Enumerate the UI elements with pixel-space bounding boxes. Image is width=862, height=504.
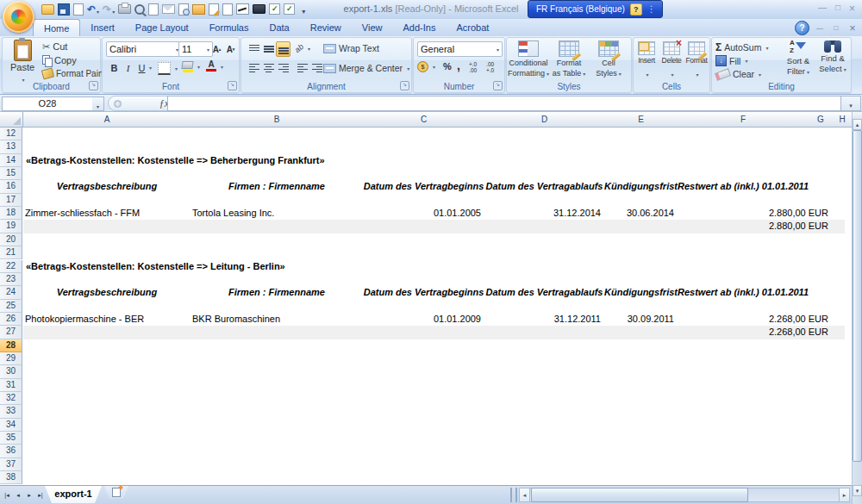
cell-styles-button[interactable]: Cell Styles [590, 40, 628, 78]
checkbox2-icon[interactable] [284, 3, 295, 16]
previous-sheet-icon[interactable]: ◂ [13, 488, 23, 501]
row-header-19[interactable]: 19 [0, 220, 22, 233]
font-size-combo[interactable]: 11 [178, 41, 213, 57]
italic-button[interactable]: I [121, 60, 135, 76]
cell-total[interactable]: 2.880,00 EUR [678, 220, 828, 233]
tab-insert[interactable]: Insert [80, 19, 125, 36]
scroll-down-icon[interactable] [853, 485, 862, 496]
next-sheet-icon[interactable]: ▸ [24, 488, 34, 501]
cell-area[interactable]: «Betrags-Kostenstellen: Kostenstelle => … [23, 128, 852, 485]
tab-review[interactable]: Review [300, 19, 352, 36]
comma-style-button[interactable]: , [457, 59, 460, 72]
number-format-combo[interactable]: General [417, 41, 503, 57]
tab-home[interactable]: Home [33, 19, 80, 36]
insert-function-button[interactable]: ƒx [108, 96, 177, 111]
help-icon[interactable]: ? [795, 21, 809, 35]
row-header-34[interactable]: 34 [0, 419, 22, 432]
grow-font-button[interactable]: A [209, 41, 224, 57]
accounting-format-button[interactable] [417, 61, 435, 72]
font-dialog-launcher[interactable] [228, 81, 237, 90]
row-header-38[interactable]: 38 [0, 471, 22, 484]
row-header-27[interactable]: 27 [0, 326, 22, 339]
col-header-firmenname[interactable]: Firmen : Firmenname [191, 180, 363, 193]
cell-description[interactable]: Photokopiermaschine - BER [25, 313, 144, 326]
print-preview-icon[interactable] [178, 3, 189, 16]
font-color-button[interactable]: A [206, 61, 223, 72]
row-header-26[interactable]: 26 [0, 313, 22, 326]
column-header-H[interactable]: H [833, 112, 853, 128]
wrap-text-button[interactable]: Wrap Text [323, 43, 379, 53]
row-header-29[interactable]: 29 [0, 352, 22, 365]
row-header-35[interactable]: 35 [0, 432, 22, 445]
scroll-up-icon[interactable] [853, 119, 862, 130]
formula-input[interactable] [167, 96, 845, 111]
mail-icon[interactable] [162, 3, 175, 16]
row-header-14[interactable]: 14 [0, 154, 22, 167]
clipboard-dialog-launcher[interactable] [89, 81, 98, 90]
row-header-33[interactable]: 33 [0, 405, 22, 418]
increase-decimal-button[interactable]: +.0 .00 [469, 61, 477, 73]
col-header-kuendigungsfrist[interactable]: Kündigungsfrist [604, 180, 678, 193]
cell-notice-date[interactable]: 30.06.2014 [604, 207, 674, 220]
fill-button[interactable]: Fill [715, 55, 747, 66]
print-icon[interactable] [118, 3, 131, 16]
row-header-36[interactable]: 36 [0, 445, 22, 457]
row-header-28[interactable]: 28 [0, 339, 22, 352]
column-header-A[interactable]: A [23, 112, 191, 128]
name-box[interactable]: O28 [2, 96, 93, 111]
column-header-B[interactable]: B [191, 112, 364, 128]
workbook-restore-button[interactable] [830, 23, 842, 34]
minimize-button[interactable] [818, 3, 827, 15]
document-icon[interactable] [148, 3, 159, 16]
cell-notice-date[interactable]: 30.09.2011 [604, 313, 674, 326]
row-header-16[interactable]: 16 [0, 180, 22, 193]
row-header-32[interactable]: 32 [0, 392, 22, 405]
sheet-tab-export-1[interactable]: export-1 [45, 486, 102, 503]
insert-worksheet-tab[interactable] [104, 486, 128, 499]
qat-customize-icon[interactable] [298, 2, 305, 17]
office-button[interactable] [3, 1, 34, 33]
percent-style-button[interactable]: % [443, 61, 452, 72]
merge-center-button[interactable]: Merge & Center [323, 63, 409, 73]
copy-button[interactable]: Copy [42, 55, 77, 65]
number-dialog-launcher[interactable] [493, 81, 503, 90]
col-header-vertragsbeschreibung[interactable]: Vertragsbeschreibung [23, 180, 191, 193]
cut-button[interactable]: Cut [42, 41, 67, 52]
col-header-restwert[interactable]: Restwert ab (inkl.) 01.01.2011 [678, 286, 809, 299]
redo-icon[interactable] [103, 3, 115, 16]
scroll-left-icon[interactable] [519, 488, 530, 502]
clear-button[interactable]: Clear [715, 69, 761, 79]
vertical-scrollbar-thumb[interactable] [853, 130, 862, 462]
section-title[interactable]: «Betrags-Kostenstellen: Kostenstelle => … [26, 260, 285, 273]
row-header-30[interactable]: 30 [0, 365, 22, 378]
row-header-21[interactable]: 21 [0, 246, 22, 259]
cell-amount[interactable]: 2.880,00 EUR [678, 207, 828, 220]
row-header-25[interactable]: 25 [0, 300, 22, 313]
delete-cells-button[interactable]: Delete [659, 41, 684, 80]
preview-icon[interactable] [222, 3, 233, 16]
font-family-combo[interactable]: Calibri [106, 41, 182, 57]
col-header-vertragsbeschreibung[interactable]: Vertragsbeschreibung [23, 286, 191, 299]
scroll-right-icon[interactable] [839, 488, 850, 502]
undo-icon[interactable] [87, 3, 99, 16]
section-title[interactable]: «Betrags-Kostenstellen: Kostenstelle => … [26, 154, 325, 167]
select-all-corner[interactable] [0, 112, 23, 128]
language-help-icon[interactable]: ? [630, 3, 642, 16]
row-header-22[interactable]: 22 [0, 260, 22, 273]
align-middle-button[interactable] [261, 41, 276, 57]
column-header-G[interactable]: G [809, 112, 834, 128]
col-header-vertragbeginn[interactable]: Datum des Vertragbeginns [363, 180, 484, 193]
align-right-button[interactable] [276, 60, 290, 76]
column-header-C[interactable]: C [363, 112, 485, 128]
tab-data[interactable]: Data [259, 19, 299, 36]
col-header-vertragablauf[interactable]: Datum des Vertragablaufs [484, 286, 604, 299]
chart-icon[interactable] [236, 3, 249, 16]
bold-button[interactable]: B [107, 60, 122, 76]
cell-firm[interactable]: BKR Buromaschinen [192, 313, 280, 326]
picture-icon[interactable] [192, 3, 205, 16]
row-header-13[interactable]: 13 [0, 140, 22, 153]
cell-end-date[interactable]: 31.12.2011 [484, 313, 601, 326]
new-document-icon[interactable] [73, 3, 84, 16]
tab-formulas[interactable]: Formulas [199, 19, 259, 36]
workbook-close-button[interactable] [846, 23, 859, 34]
